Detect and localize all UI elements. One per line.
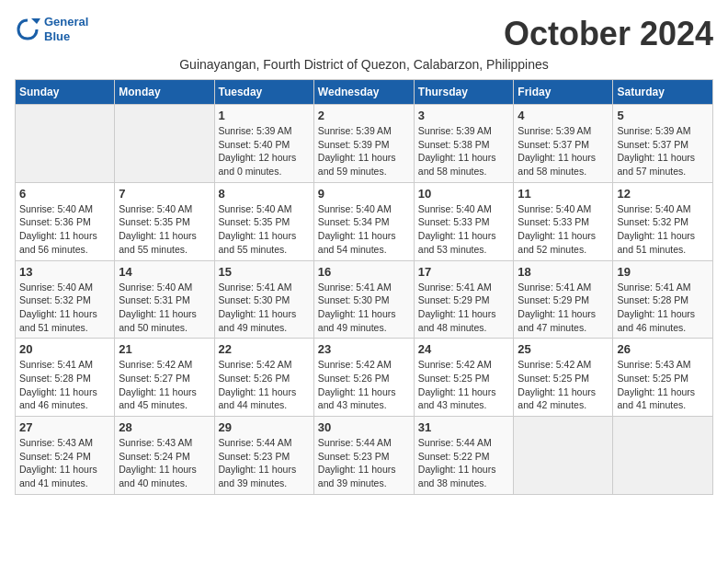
day-number: 29 <box>219 420 310 434</box>
calendar-cell: 11Sunrise: 5:40 AM Sunset: 5:33 PM Dayli… <box>514 182 613 260</box>
day-number: 9 <box>318 187 410 201</box>
day-number: 22 <box>219 342 310 356</box>
day-number: 7 <box>119 187 210 201</box>
header-cell-tuesday: Tuesday <box>214 80 313 105</box>
calendar-cell: 10Sunrise: 5:40 AM Sunset: 5:33 PM Dayli… <box>414 182 514 260</box>
calendar-cell: 23Sunrise: 5:42 AM Sunset: 5:26 PM Dayli… <box>313 339 414 417</box>
day-info: Sunrise: 5:44 AM Sunset: 5:23 PM Dayligh… <box>318 436 410 490</box>
calendar-cell: 21Sunrise: 5:42 AM Sunset: 5:27 PM Dayli… <box>115 339 214 417</box>
day-number: 12 <box>617 187 709 201</box>
day-info: Sunrise: 5:42 AM Sunset: 5:25 PM Dayligh… <box>518 358 609 412</box>
day-info: Sunrise: 5:40 AM Sunset: 5:35 PM Dayligh… <box>119 202 210 257</box>
logo: General Blue <box>15 15 88 43</box>
day-number: 16 <box>318 265 410 279</box>
day-info: Sunrise: 5:39 AM Sunset: 5:38 PM Dayligh… <box>418 124 510 178</box>
header-cell-saturday: Saturday <box>613 80 713 105</box>
header-row: SundayMondayTuesdayWednesdayThursdayFrid… <box>16 80 713 105</box>
calendar-cell: 25Sunrise: 5:42 AM Sunset: 5:25 PM Dayli… <box>514 339 613 417</box>
day-number: 10 <box>418 187 510 201</box>
calendar-cell: 16Sunrise: 5:41 AM Sunset: 5:30 PM Dayli… <box>313 260 414 339</box>
day-info: Sunrise: 5:41 AM Sunset: 5:30 PM Dayligh… <box>219 281 310 335</box>
calendar-cell: 29Sunrise: 5:44 AM Sunset: 5:23 PM Dayli… <box>214 417 313 495</box>
calendar-cell: 27Sunrise: 5:43 AM Sunset: 5:24 PM Dayli… <box>16 417 115 495</box>
day-number: 1 <box>219 109 310 122</box>
calendar-cell: 7Sunrise: 5:40 AM Sunset: 5:35 PM Daylig… <box>115 182 214 260</box>
day-info: Sunrise: 5:40 AM Sunset: 5:32 PM Dayligh… <box>617 202 709 257</box>
day-info: Sunrise: 5:41 AM Sunset: 5:28 PM Dayligh… <box>617 281 709 335</box>
week-row-4: 20Sunrise: 5:41 AM Sunset: 5:28 PM Dayli… <box>16 339 713 417</box>
day-info: Sunrise: 5:41 AM Sunset: 5:30 PM Dayligh… <box>318 281 410 335</box>
logo-text-general: General <box>44 15 88 29</box>
calendar-cell: 8Sunrise: 5:40 AM Sunset: 5:35 PM Daylig… <box>214 182 313 260</box>
month-title: October 2024 <box>504 15 713 53</box>
day-number: 25 <box>518 342 609 356</box>
day-number: 30 <box>318 420 410 434</box>
day-number: 14 <box>119 265 210 279</box>
day-info: Sunrise: 5:39 AM Sunset: 5:37 PM Dayligh… <box>518 124 609 178</box>
header-cell-wednesday: Wednesday <box>313 80 414 105</box>
day-number: 26 <box>617 342 709 356</box>
calendar-cell: 31Sunrise: 5:44 AM Sunset: 5:22 PM Dayli… <box>414 417 514 495</box>
day-number: 6 <box>19 187 110 201</box>
calendar-cell: 26Sunrise: 5:43 AM Sunset: 5:25 PM Dayli… <box>613 339 713 417</box>
day-info: Sunrise: 5:40 AM Sunset: 5:33 PM Dayligh… <box>518 202 609 257</box>
calendar-cell: 17Sunrise: 5:41 AM Sunset: 5:29 PM Dayli… <box>414 260 514 339</box>
calendar-cell: 14Sunrise: 5:40 AM Sunset: 5:31 PM Dayli… <box>115 260 214 339</box>
day-info: Sunrise: 5:39 AM Sunset: 5:37 PM Dayligh… <box>617 124 709 178</box>
header-cell-monday: Monday <box>115 80 214 105</box>
day-number: 24 <box>418 342 510 356</box>
day-number: 19 <box>617 265 709 279</box>
header: General Blue October 2024 <box>15 15 713 53</box>
week-row-1: 1Sunrise: 5:39 AM Sunset: 5:40 PM Daylig… <box>16 105 713 183</box>
calendar-cell: 24Sunrise: 5:42 AM Sunset: 5:25 PM Dayli… <box>414 339 514 417</box>
logo-icon <box>15 17 40 42</box>
calendar-cell: 19Sunrise: 5:41 AM Sunset: 5:28 PM Dayli… <box>613 260 713 339</box>
calendar-cell: 9Sunrise: 5:40 AM Sunset: 5:34 PM Daylig… <box>313 182 414 260</box>
day-info: Sunrise: 5:43 AM Sunset: 5:24 PM Dayligh… <box>119 436 210 490</box>
day-number: 21 <box>119 342 210 356</box>
day-info: Sunrise: 5:41 AM Sunset: 5:29 PM Dayligh… <box>518 281 609 335</box>
day-info: Sunrise: 5:40 AM Sunset: 5:31 PM Dayligh… <box>119 281 210 335</box>
calendar-cell <box>115 105 214 183</box>
header-cell-thursday: Thursday <box>414 80 514 105</box>
day-number: 28 <box>119 420 210 434</box>
week-row-2: 6Sunrise: 5:40 AM Sunset: 5:36 PM Daylig… <box>16 182 713 260</box>
day-info: Sunrise: 5:43 AM Sunset: 5:24 PM Dayligh… <box>19 436 110 490</box>
day-info: Sunrise: 5:39 AM Sunset: 5:39 PM Dayligh… <box>318 124 410 178</box>
calendar-cell: 6Sunrise: 5:40 AM Sunset: 5:36 PM Daylig… <box>16 182 115 260</box>
calendar-cell: 18Sunrise: 5:41 AM Sunset: 5:29 PM Dayli… <box>514 260 613 339</box>
day-number: 15 <box>219 265 310 279</box>
day-info: Sunrise: 5:39 AM Sunset: 5:40 PM Dayligh… <box>219 124 310 178</box>
header-cell-friday: Friday <box>514 80 613 105</box>
week-row-3: 13Sunrise: 5:40 AM Sunset: 5:32 PM Dayli… <box>16 260 713 339</box>
day-info: Sunrise: 5:42 AM Sunset: 5:25 PM Dayligh… <box>418 358 510 412</box>
day-info: Sunrise: 5:43 AM Sunset: 5:25 PM Dayligh… <box>617 358 709 412</box>
day-info: Sunrise: 5:40 AM Sunset: 5:36 PM Dayligh… <box>19 202 110 257</box>
week-row-5: 27Sunrise: 5:43 AM Sunset: 5:24 PM Dayli… <box>16 417 713 495</box>
day-number: 31 <box>418 420 510 434</box>
day-info: Sunrise: 5:42 AM Sunset: 5:27 PM Dayligh… <box>119 358 210 412</box>
calendar-cell: 3Sunrise: 5:39 AM Sunset: 5:38 PM Daylig… <box>414 105 514 183</box>
day-number: 17 <box>418 265 510 279</box>
day-info: Sunrise: 5:44 AM Sunset: 5:23 PM Dayligh… <box>219 436 310 490</box>
calendar-cell: 2Sunrise: 5:39 AM Sunset: 5:39 PM Daylig… <box>313 105 414 183</box>
header-cell-sunday: Sunday <box>16 80 115 105</box>
calendar-cell: 4Sunrise: 5:39 AM Sunset: 5:37 PM Daylig… <box>514 105 613 183</box>
calendar-cell: 15Sunrise: 5:41 AM Sunset: 5:30 PM Dayli… <box>214 260 313 339</box>
day-number: 8 <box>219 187 310 201</box>
day-number: 2 <box>318 109 410 122</box>
calendar-cell: 28Sunrise: 5:43 AM Sunset: 5:24 PM Dayli… <box>115 417 214 495</box>
day-info: Sunrise: 5:40 AM Sunset: 5:32 PM Dayligh… <box>19 281 110 335</box>
day-number: 5 <box>617 109 709 122</box>
day-info: Sunrise: 5:40 AM Sunset: 5:34 PM Dayligh… <box>318 202 410 257</box>
day-number: 23 <box>318 342 410 356</box>
day-info: Sunrise: 5:40 AM Sunset: 5:35 PM Dayligh… <box>219 202 310 257</box>
day-info: Sunrise: 5:42 AM Sunset: 5:26 PM Dayligh… <box>219 358 310 412</box>
calendar-cell <box>613 417 713 495</box>
day-number: 4 <box>518 109 609 122</box>
logo-text-blue: Blue <box>44 29 70 43</box>
subtitle: Guinayangan, Fourth District of Quezon, … <box>15 57 713 72</box>
calendar-cell <box>16 105 115 183</box>
calendar-cell: 5Sunrise: 5:39 AM Sunset: 5:37 PM Daylig… <box>613 105 713 183</box>
calendar-cell: 20Sunrise: 5:41 AM Sunset: 5:28 PM Dayli… <box>16 339 115 417</box>
